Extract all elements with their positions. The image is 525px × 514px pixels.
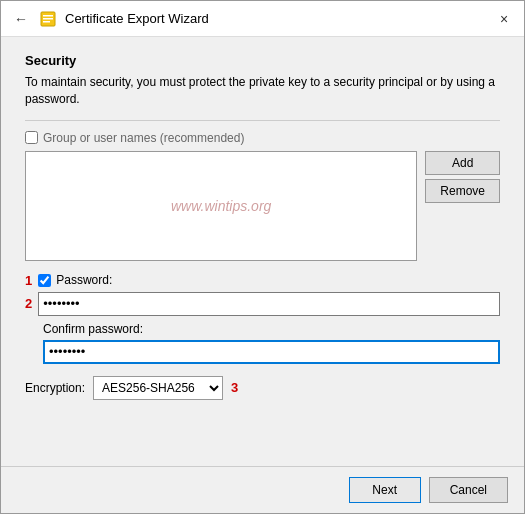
window-title: Certificate Export Wizard [65,11,209,26]
section-title: Security [25,53,500,68]
add-button[interactable]: Add [425,151,500,175]
password-checkbox[interactable] [38,274,51,287]
list-area-container: www.wintips.org Add Remove [25,151,500,261]
num1-badge: 1 [25,273,32,288]
password-input[interactable] [38,292,500,316]
encryption-select[interactable]: AES256-SHA256 3DES-SHA1 [93,376,223,400]
close-button[interactable]: × [492,7,516,31]
next-button[interactable]: Next [349,477,421,503]
svg-rect-1 [43,15,53,17]
footer: Next Cancel [1,466,524,513]
num2-badge: 2 [25,296,32,311]
title-bar: ← Certificate Export Wizard × [1,1,524,37]
section-description: To maintain security, you must protect t… [25,74,500,108]
back-button[interactable]: ← [9,7,33,31]
watermark: www.wintips.org [171,198,271,214]
certificate-export-wizard-window: ← Certificate Export Wizard × Security T… [0,0,525,514]
password-row: 1 Password: [25,273,500,288]
list-buttons: Add Remove [425,151,500,261]
svg-rect-3 [43,21,50,23]
group-user-label[interactable]: Group or user names (recommended) [25,131,244,145]
main-content: Security To maintain security, you must … [1,37,524,466]
title-bar-left: ← Certificate Export Wizard [9,7,209,31]
group-user-checkbox[interactable] [25,131,38,144]
password-checkbox-label[interactable]: Password: [38,273,112,287]
confirm-password-label: Confirm password: [43,322,500,336]
group-user-row: Group or user names (recommended) [25,131,500,145]
user-list[interactable]: www.wintips.org [25,151,417,261]
wizard-icon [39,9,59,29]
encryption-row: Encryption: AES256-SHA256 3DES-SHA1 3 [25,376,500,400]
svg-rect-2 [43,18,53,20]
confirm-password-input[interactable] [43,340,500,364]
divider [25,120,500,121]
num3-badge: 3 [231,380,238,395]
encryption-label: Encryption: [25,381,85,395]
confirm-password-input-row [43,340,500,364]
password-input-row: 2 [25,292,500,316]
remove-button[interactable]: Remove [425,179,500,203]
cancel-button[interactable]: Cancel [429,477,508,503]
